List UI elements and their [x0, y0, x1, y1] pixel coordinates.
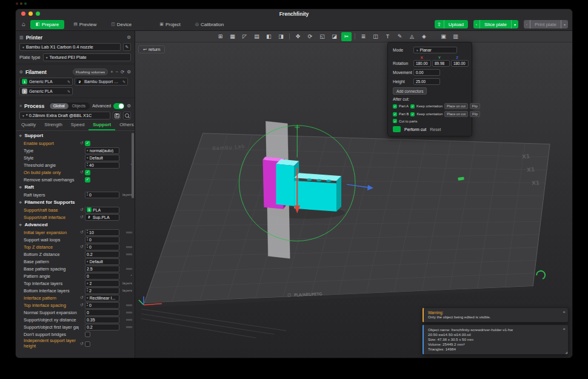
auto-orient-tool[interactable]: ◸: [239, 32, 250, 41]
filament-slot[interactable]: 2Bambu Support For ...✎: [75, 78, 128, 86]
split-to-objects-tool[interactable]: ◧: [264, 32, 274, 41]
slice-plate-button[interactable]: ‹ Slice plate ▾: [473, 20, 518, 29]
setting-spin[interactable]: ▴▾0: [85, 236, 119, 243]
setting-checkbox[interactable]: ✓: [85, 141, 90, 146]
revert-icon[interactable]: ↺: [79, 170, 85, 175]
text-tool[interactable]: T: [383, 32, 393, 41]
spinner-arrows[interactable]: ▴▾: [87, 163, 88, 167]
setting-checkbox[interactable]: [85, 341, 90, 347]
setting-checkbox[interactable]: ✓: [85, 170, 90, 175]
split-to-parts-tool[interactable]: ◨: [276, 32, 286, 41]
place-on-cut-button[interactable]: Place on cut: [444, 103, 468, 109]
add-connectors-button[interactable]: Add connectors: [393, 87, 427, 95]
revert-icon[interactable]: ↺: [79, 230, 85, 235]
edit-filament-icon[interactable]: ✎: [122, 79, 125, 84]
cut-to-parts-checkbox[interactable]: ✓: [393, 119, 397, 123]
revert-icon[interactable]: ↺: [79, 341, 85, 346]
remove-filament-button[interactable]: −: [116, 70, 118, 75]
cut-tool[interactable]: ✂: [341, 32, 352, 41]
print-plate-button[interactable]: ‹ Print plate ▾: [524, 20, 568, 29]
search-settings-button[interactable]: [123, 112, 131, 119]
filament-slot[interactable]: 1Generic PLA✎: [19, 78, 73, 86]
support-paint-tool[interactable]: ◬: [407, 32, 417, 41]
resize-handle-icon[interactable]: ◢: [565, 350, 567, 354]
setting-spin[interactable]: ▴▾40: [85, 162, 119, 169]
tab-project[interactable]: ▣Project: [154, 20, 186, 29]
keep-orientation-checkbox[interactable]: ✓: [410, 112, 415, 116]
arrange-tool[interactable]: ▤: [252, 32, 262, 41]
setting-input[interactable]: 0.35: [85, 317, 119, 323]
printer-settings-gear-icon[interactable]: ⚙: [127, 35, 131, 40]
setting-spin[interactable]: ▴▾2: [85, 287, 119, 294]
part-checkbox[interactable]: ✓: [393, 104, 397, 109]
slice-prev-plate-arrow-icon[interactable]: ‹: [473, 20, 479, 29]
close-icon[interactable]: ×: [563, 309, 566, 315]
variable-layer-height-tool[interactable]: ≣: [358, 32, 369, 41]
filament-slot[interactable]: 3Generic PLA✎: [19, 87, 73, 95]
tab-quality[interactable]: Quality: [17, 122, 40, 130]
revert-icon[interactable]: ↺: [79, 215, 85, 220]
reset-button[interactable]: Reset: [430, 127, 441, 132]
flip-button[interactable]: Flip: [470, 111, 480, 117]
revert-icon[interactable]: ↺: [79, 295, 85, 300]
flatten-tool[interactable]: ◪: [329, 32, 339, 41]
flushing-volumes-button[interactable]: Flushing volumes: [73, 69, 108, 75]
movement-input[interactable]: 0.00: [413, 69, 440, 76]
setting-select[interactable]: ▾Rectilinear I...: [85, 295, 119, 301]
spinner-arrows[interactable]: ▴▾: [87, 303, 88, 307]
add-object-tool[interactable]: ⊞: [215, 32, 226, 41]
setting-spin[interactable]: ▴▾0: [85, 302, 119, 309]
setting-spin[interactable]: ▴▾0: [85, 192, 119, 198]
revert-icon[interactable]: ↺: [79, 244, 85, 249]
close-icon[interactable]: ×: [563, 326, 566, 332]
edit-filament-icon[interactable]: ✎: [67, 89, 70, 93]
rotation-input-x[interactable]: 180.00: [413, 60, 431, 67]
printer-select[interactable]: ▾ Bambu Lab X1 Carbon 0.4 nozzle: [19, 43, 121, 51]
sync-filament-icon[interactable]: ⟳: [121, 70, 124, 75]
filament-select[interactable]: 1PLA: [85, 207, 119, 213]
setting-input[interactable]: 0: [85, 273, 119, 280]
spinner-arrows[interactable]: ▴▾: [87, 288, 88, 292]
cut-mode-select[interactable]: ▾ Planar: [413, 47, 457, 53]
sidebar-scrollbar[interactable]: [132, 133, 134, 198]
edit-printer-button[interactable]: ✎: [123, 43, 131, 51]
revert-icon[interactable]: ↺: [79, 303, 85, 307]
rotate-tool[interactable]: ⟳: [305, 32, 315, 41]
tab-strength[interactable]: Strength: [40, 122, 66, 130]
setting-checkbox[interactable]: ✓: [85, 177, 90, 183]
rotation-input-z[interactable]: 180.00: [451, 60, 469, 67]
setting-select[interactable]: ▾Default: [85, 155, 119, 161]
paint-tool[interactable]: ✎: [395, 32, 405, 41]
build-plate[interactable]: [144, 133, 550, 303]
move-tool[interactable]: ✥: [293, 32, 303, 41]
spin-down-icon[interactable]: ▾: [87, 247, 88, 249]
tab-support[interactable]: Support: [89, 122, 115, 130]
mesh-boolean-tool[interactable]: ◫: [370, 32, 381, 41]
setting-input[interactable]: 0: [85, 309, 119, 316]
filament-settings-gear-icon[interactable]: ⚙: [127, 70, 131, 75]
tab-device[interactable]: ◫Device: [105, 20, 137, 29]
setting-input[interactable]: 2.5: [85, 266, 119, 272]
home-icon[interactable]: ⌂: [20, 21, 27, 27]
process-preset-select[interactable]: ▾ * 0.28mm Extra Draft @BBL X1C: [19, 112, 110, 119]
part-checkbox[interactable]: ✓: [393, 112, 397, 116]
spin-down-icon[interactable]: ▾: [87, 195, 88, 197]
close-window-button[interactable]: [21, 12, 25, 16]
zoom-window-button[interactable]: [36, 12, 40, 16]
edit-filament-icon[interactable]: ✎: [67, 79, 70, 84]
minimize-window-button[interactable]: [28, 12, 33, 16]
filament-select[interactable]: 2Sup.PLA: [85, 214, 119, 221]
spinner-arrows[interactable]: ▴▾: [87, 244, 88, 249]
return-button[interactable]: ↩ return: [138, 45, 165, 53]
tab-preview[interactable]: ▤Preview: [68, 20, 102, 29]
rotation-input-y[interactable]: 89.98: [432, 60, 450, 67]
tab-speed[interactable]: Speed: [67, 122, 89, 130]
add-plate-tool[interactable]: ▦: [227, 32, 238, 41]
setting-select[interactable]: ▾2: [85, 280, 119, 287]
tab-calibration[interactable]: ◎Calibration: [190, 20, 229, 29]
save-preset-button[interactable]: [113, 112, 121, 119]
scale-tool[interactable]: ◱: [317, 32, 327, 41]
setting-select[interactable]: ▾normal(auto): [85, 147, 119, 154]
setting-input[interactable]: 0.2: [85, 324, 119, 330]
upload-button[interactable]: ⇧ Upload: [435, 20, 468, 29]
